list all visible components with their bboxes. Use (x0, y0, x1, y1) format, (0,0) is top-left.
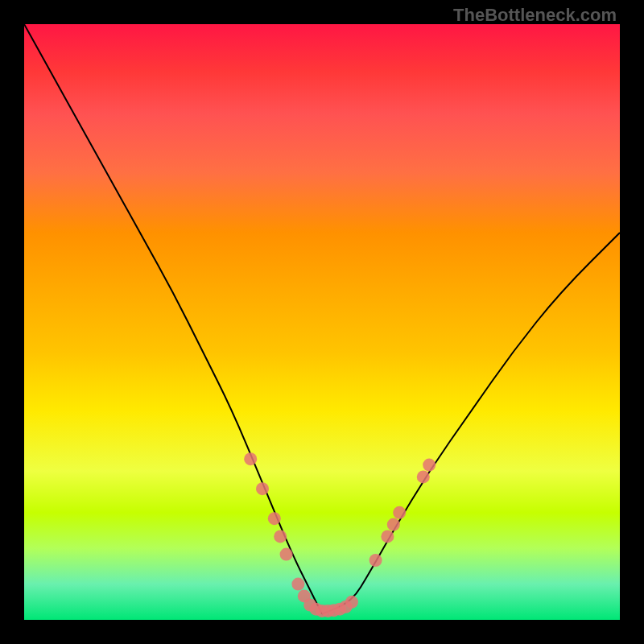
attribution-text: TheBottleneck.com (453, 5, 617, 26)
chart-container: TheBottleneck.com (0, 0, 644, 644)
data-marker (274, 530, 287, 543)
marker-group (244, 452, 436, 617)
data-marker (291, 578, 304, 591)
data-marker (417, 470, 430, 483)
data-marker (244, 452, 257, 465)
plot-area (24, 24, 620, 620)
data-marker (423, 459, 436, 472)
right-curve (322, 233, 620, 614)
data-marker (369, 554, 382, 567)
data-marker (381, 530, 394, 543)
data-marker (256, 482, 269, 495)
data-marker (393, 506, 406, 519)
data-marker (345, 596, 358, 609)
data-marker (268, 512, 281, 525)
data-marker (280, 548, 293, 561)
left-curve (24, 24, 322, 614)
curve-layer (24, 24, 620, 620)
data-marker (387, 518, 400, 531)
